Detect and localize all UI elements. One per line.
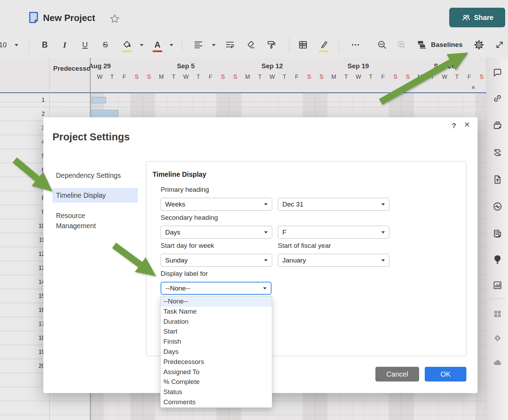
strikethrough-button[interactable]: S <box>103 40 108 49</box>
star-icon[interactable] <box>109 13 120 24</box>
modal-title: Project Settings <box>52 131 130 143</box>
ok-button[interactable]: OK <box>425 367 466 382</box>
primary-heading-value: Weeks <box>165 201 185 208</box>
right-sidebar <box>486 58 508 420</box>
highlight-button[interactable] <box>318 40 329 50</box>
day-letter: T <box>455 74 459 80</box>
forms-icon[interactable] <box>492 229 503 239</box>
expand-button[interactable] <box>494 40 505 50</box>
format-painter-button[interactable] <box>266 40 277 50</box>
more-options-button[interactable] <box>350 40 361 50</box>
primary-heading-select[interactable]: Weeks <box>161 198 272 211</box>
publish-icon[interactable] <box>492 174 503 185</box>
start-day-select[interactable]: Sunday <box>161 254 272 267</box>
share-label: Share <box>474 14 494 22</box>
dropdown-option[interactable]: Start <box>161 327 272 337</box>
strikethrough-button-glyph: S <box>103 40 108 49</box>
dropdown-option[interactable]: Duration <box>161 317 272 327</box>
primary-heading-format-value: Dec 31 <box>282 201 303 208</box>
link-icon[interactable] <box>492 93 503 104</box>
display-label-select[interactable]: --None-- <box>161 282 271 295</box>
chevron-down-icon[interactable] <box>15 44 18 46</box>
bold-button[interactable]: B <box>42 40 48 50</box>
chart-icon[interactable] <box>492 280 503 290</box>
text-color-button[interactable]: A <box>152 40 163 50</box>
activity-icon[interactable] <box>492 201 503 212</box>
font-size-select[interactable]: 10 <box>0 41 7 49</box>
table-button[interactable] <box>298 40 308 50</box>
cloud-icon[interactable] <box>492 357 503 368</box>
dropdown-option[interactable]: Assigned To <box>161 367 272 377</box>
dropdown-option[interactable]: % Complete <box>161 377 272 387</box>
wrap-text-button[interactable] <box>225 40 235 50</box>
display-label-dropdown-list: --None--Task NameDurationStartFinishDays… <box>160 296 272 408</box>
attachments-icon[interactable] <box>492 120 503 131</box>
row-number: 8 <box>0 191 45 205</box>
row-number: 17 <box>0 317 45 331</box>
baselines-button[interactable] <box>417 40 427 50</box>
settings-gear-button[interactable] <box>474 40 484 50</box>
dropdown-option[interactable]: Task Name <box>161 307 272 317</box>
week-label: Aug 29 <box>89 62 111 70</box>
day-letter: M <box>331 74 336 80</box>
dropdown-option[interactable]: --None-- <box>161 296 272 307</box>
week-label: Sep 12 <box>261 62 283 70</box>
close-icon[interactable]: × <box>464 119 470 130</box>
chevron-down-icon[interactable] <box>170 44 173 46</box>
chevron-down-icon[interactable] <box>140 44 143 46</box>
week-label: Sep 26 <box>434 62 455 70</box>
help-icon[interactable]: ? <box>452 121 456 130</box>
gantt-task-bar[interactable] <box>92 110 118 118</box>
balloon-icon[interactable] <box>492 254 503 265</box>
secondary-heading-select[interactable]: Days <box>161 226 272 239</box>
chevron-down-icon[interactable] <box>212 44 216 46</box>
settings-nav-item-timeline-display[interactable]: Timeline Display <box>52 188 138 203</box>
secondary-heading-format-select[interactable]: F <box>278 226 389 239</box>
dropdown-option[interactable]: Comments <box>161 397 272 407</box>
align-button[interactable] <box>193 40 204 50</box>
display-label-value: --None-- <box>165 285 190 292</box>
row-number: 3 <box>0 121 45 135</box>
day-letter: F <box>295 74 298 80</box>
italic-button[interactable]: I <box>63 40 66 50</box>
gantt-header: Aug 29Sep 5Sep 12Sep 19Sep 26 WTFSSMTWTF… <box>0 58 486 93</box>
primary-heading-format-select[interactable]: Dec 31 <box>278 198 389 211</box>
settings-nav-item-resource-management[interactable]: Resource Management <box>52 210 138 231</box>
baselines-icon <box>417 40 427 50</box>
underline-button[interactable]: U <box>82 40 88 49</box>
day-letter: S <box>480 74 484 80</box>
fiscal-year-select[interactable]: January <box>278 254 389 267</box>
row-number: 10 <box>0 219 45 233</box>
zoom-out-button[interactable] <box>377 40 387 50</box>
sync-icon[interactable] <box>492 147 503 158</box>
day-letter: S <box>307 74 311 80</box>
dropdown-option[interactable]: Finish <box>161 337 272 347</box>
dropdown-option[interactable]: Predecessors <box>161 357 272 367</box>
cancel-button[interactable]: Cancel <box>375 367 419 382</box>
zoom-in-button[interactable] <box>396 40 407 50</box>
day-letter: S <box>147 74 151 80</box>
row-number: 2 <box>0 107 45 121</box>
comment-icon[interactable] <box>492 67 503 78</box>
settings-nav-item-dependency-settings[interactable]: Dependency Settings <box>52 169 138 182</box>
fill-color-button[interactable] <box>122 40 132 50</box>
gantt-close-icon[interactable]: × <box>471 84 475 91</box>
italic-button-glyph: I <box>63 40 66 50</box>
toolbar-separator <box>182 37 182 52</box>
baselines-label: Baselines <box>431 41 463 49</box>
row-number: 14 <box>0 275 45 289</box>
premium-diamond-icon[interactable] <box>492 333 503 343</box>
gantt-task-bar[interactable] <box>92 97 106 103</box>
apps-grid-icon[interactable] <box>492 309 503 319</box>
share-button[interactable]: Share <box>449 8 505 27</box>
clear-format-button[interactable] <box>245 40 256 50</box>
secondary-heading-label: Secondary heading <box>161 214 218 222</box>
highlight-button-color-bar <box>319 50 329 52</box>
row-number: 5 <box>0 149 45 163</box>
dropdown-option[interactable]: Status <box>161 387 272 397</box>
dropdown-option[interactable]: Days <box>161 347 272 357</box>
start-day-label: Start day for week <box>161 242 214 250</box>
share-people-icon <box>461 13 471 22</box>
row-number: 6 <box>0 163 45 177</box>
settings-nav-label: Resource Management <box>56 211 103 231</box>
